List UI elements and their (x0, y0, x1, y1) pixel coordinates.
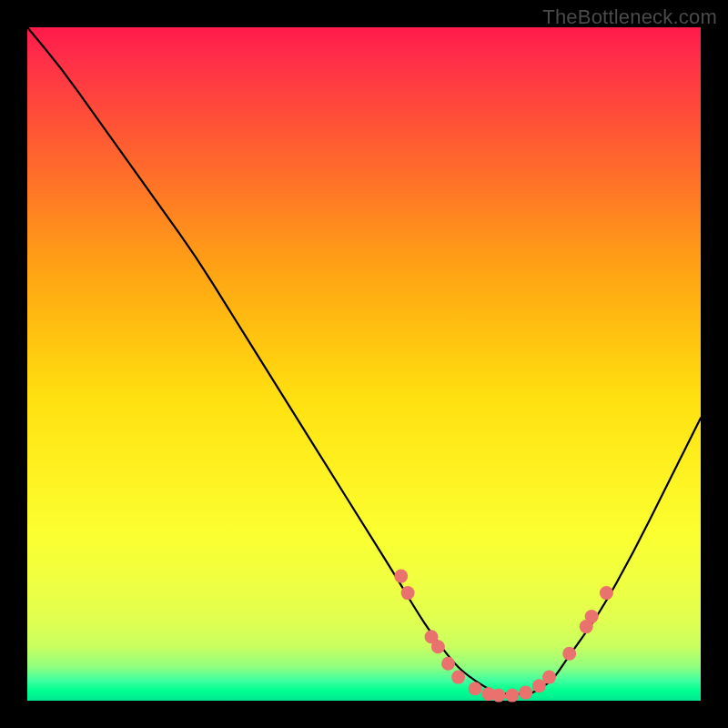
data-marker (505, 689, 519, 703)
plot-area (27, 27, 701, 701)
data-marker (562, 647, 576, 661)
curve-svg (27, 27, 701, 701)
data-marker (542, 671, 556, 684)
data-marker (451, 671, 465, 684)
data-marker (401, 586, 415, 600)
watermark-text: TheBottleneck.com (542, 5, 717, 29)
data-marker (492, 689, 506, 703)
data-marker (600, 586, 613, 600)
data-marker (431, 640, 445, 653)
data-marker (394, 570, 408, 583)
data-marker (585, 610, 599, 623)
data-marker (441, 657, 455, 671)
chart-container: TheBottleneck.com (0, 0, 728, 728)
data-marker (469, 682, 482, 695)
data-marker (519, 686, 532, 700)
